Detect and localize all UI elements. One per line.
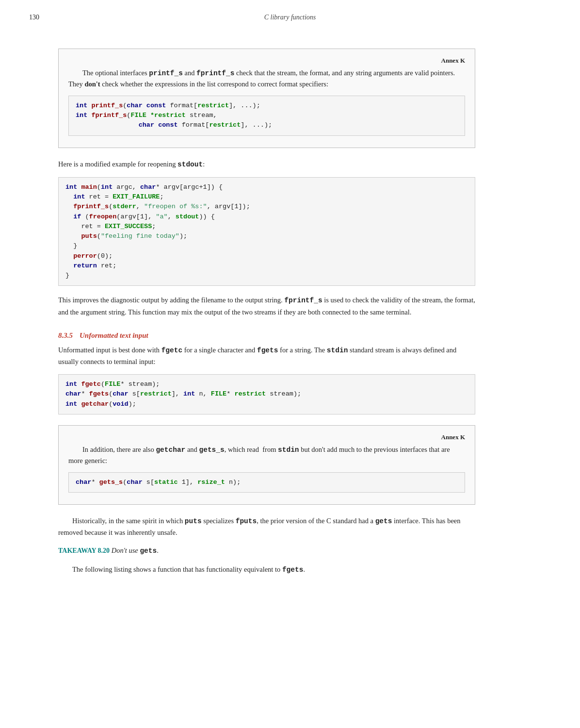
code-block-fgetc: int fgetc(FILE* stream); char* fgets(cha… (58, 374, 475, 414)
para2-bold: fprintf_s (284, 297, 322, 304)
section-835-heading: 8.3.5 Unformatted text input (58, 331, 475, 340)
annex-text-1: The optional interfaces printf_s and fpr… (68, 67, 465, 90)
annex1-code: int printf_s(char const format[restrict]… (68, 96, 465, 136)
annex2-bold1: getchar (156, 446, 185, 454)
annex1-bold3: don't (84, 80, 100, 88)
annex1-text4: check whether the expres­sions in the li… (100, 80, 328, 88)
annex-box-2: Annex K In addition, there are also getc… (58, 425, 475, 505)
annex2-bold3: stdin (278, 446, 299, 454)
para4-bold1: puts (185, 517, 202, 525)
takeaway-label: TAKEAWAY 8.20 (58, 547, 110, 554)
code-line: char const format[restrict], ...); (76, 120, 458, 130)
para5-end: . (303, 565, 305, 573)
code-line: } (65, 271, 468, 281)
code-line: if (freopen(argv[1], "a", stdout)) { (65, 212, 468, 222)
code-block-main: int main(int argc, char* argv[argc+1]) {… (58, 177, 475, 286)
code-line: return ret; (65, 261, 468, 271)
para5-text: The following listing shows a function t… (72, 565, 282, 573)
code-line: int fgetc(FILE* stream); (65, 380, 468, 389)
code-line: char* fgets(char s[restrict], int n, FIL… (65, 389, 468, 399)
para3-text2: for a single character and (182, 346, 257, 354)
page-title: C library functions (264, 14, 316, 21)
section-number-835: 8.3.5 (58, 331, 73, 340)
annex2-code: char* gets_s(char s[static 1], rsize_t n… (68, 472, 465, 493)
para-stdout-bold: stdout (177, 161, 203, 168)
takeaway-820: TAKEAWAY 8.20 Don't use gets. (58, 545, 475, 557)
para-stdout-end: : (203, 160, 205, 168)
para3-text1: Unformatted input is best done with (58, 346, 161, 354)
annex-text-2: In addition, there are also getchar and … (68, 444, 465, 466)
para3-bold2: fgets (257, 347, 278, 354)
para3-text3: for a string. The (278, 346, 326, 354)
page-number: 130 (29, 14, 39, 21)
annex1-bold1: printf_s (149, 69, 183, 77)
annex1-text1: The optional interfaces (82, 69, 149, 77)
code-line: puts("feeling fine today"); (65, 232, 468, 241)
page: 130 C library functions Annex K The opti… (0, 0, 580, 728)
takeaway-bold: gets (140, 547, 157, 555)
main-content: Annex K The optional interfaces printf_s… (58, 15, 475, 576)
para2-text1: This improves the diagnostic output by a… (58, 296, 284, 304)
para4-text1: Historically, in the same spirit in whic… (72, 517, 185, 525)
para-stdout-text: Here is a modified example for reopening (58, 160, 177, 168)
code-line: int ret = EXIT_FAILURE; (65, 192, 468, 202)
para3-bold3: stdin (327, 347, 348, 354)
para-following: The following listing shows a function t… (58, 564, 475, 576)
code-line: perror(0); (65, 251, 468, 261)
annex2-bold2: gets_s (199, 446, 225, 454)
annex-label-2: Annex K (68, 433, 465, 441)
annex-label-1: Annex K (68, 57, 465, 65)
section-title-835: Unformatted text input (80, 331, 148, 340)
code-line: fprintf_s(stderr, "freopen of %s:", argv… (65, 202, 468, 212)
annex1-text2: and (183, 69, 196, 77)
para4-text2: specializes (202, 517, 236, 525)
annex-box-1: Annex K The optional interfaces printf_s… (58, 49, 475, 148)
takeaway-end: . (157, 546, 159, 554)
annex1-bold2: fprintf_s (196, 69, 234, 77)
annex2-text2: and (185, 446, 199, 453)
code-line: int printf_s(char const format[restrict]… (76, 101, 458, 111)
annex2-text1: In addition, there are also (82, 446, 156, 453)
para3-bold1: fgetc (161, 347, 183, 354)
code-line: int fprintf_s(FILE *restrict stream, (76, 111, 458, 120)
para4-bold2: fputs (236, 517, 257, 525)
code-line: char* gets_s(char s[static 1], rsize_t n… (76, 478, 458, 487)
para-stdout: Here is a modified example for reopening… (58, 159, 475, 170)
annex2-text3: , which read from (225, 446, 278, 453)
code-line: } (65, 241, 468, 251)
para-historically: Historically, in the same spirit in whic… (58, 515, 475, 538)
para4-text3: , the prior version of the C standard ha… (257, 517, 375, 525)
takeaway-text: Don't use (110, 546, 140, 554)
code-line: int getchar(void); (65, 399, 468, 409)
code-line: ret = EXIT_SUCCESS; (65, 222, 468, 232)
para4-bold3: gets (375, 517, 392, 525)
para-unformatted: Unformatted input is best done with fget… (58, 345, 475, 367)
para-diagnostic: This improves the diagnostic output by a… (58, 295, 475, 317)
para5-bold: fgets (282, 566, 304, 574)
code-line: int main(int argc, char* argv[argc+1]) { (65, 182, 468, 192)
